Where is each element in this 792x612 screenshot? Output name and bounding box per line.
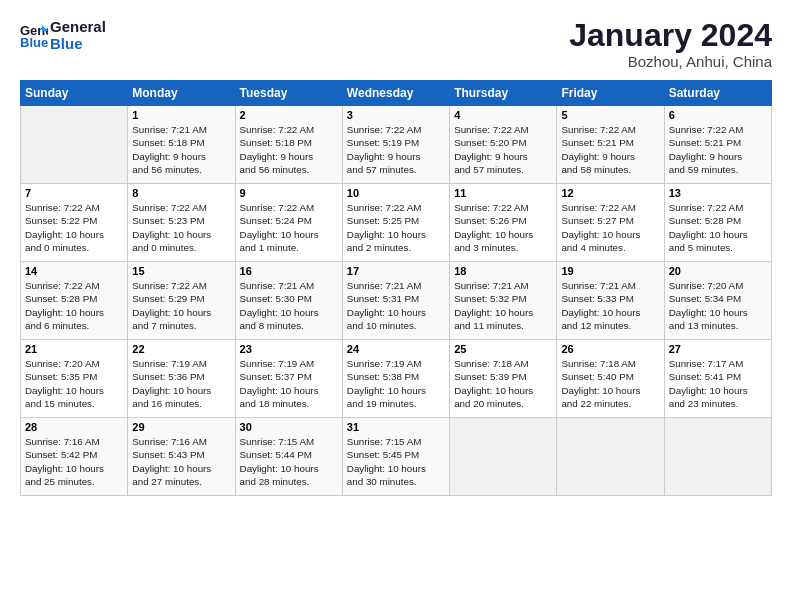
day-info: Sunrise: 7:15 AMSunset: 5:45 PMDaylight:… bbox=[347, 435, 445, 488]
calendar-cell: 2Sunrise: 7:22 AMSunset: 5:18 PMDaylight… bbox=[235, 106, 342, 184]
calendar-cell: 30Sunrise: 7:15 AMSunset: 5:44 PMDayligh… bbox=[235, 418, 342, 496]
day-info: Sunrise: 7:21 AMSunset: 5:32 PMDaylight:… bbox=[454, 279, 552, 332]
calendar-week-row: 28Sunrise: 7:16 AMSunset: 5:42 PMDayligh… bbox=[21, 418, 772, 496]
calendar-cell bbox=[664, 418, 771, 496]
calendar-cell: 20Sunrise: 7:20 AMSunset: 5:34 PMDayligh… bbox=[664, 262, 771, 340]
calendar-cell: 8Sunrise: 7:22 AMSunset: 5:23 PMDaylight… bbox=[128, 184, 235, 262]
calendar-cell: 4Sunrise: 7:22 AMSunset: 5:20 PMDaylight… bbox=[450, 106, 557, 184]
day-info: Sunrise: 7:21 AMSunset: 5:33 PMDaylight:… bbox=[561, 279, 659, 332]
day-number: 20 bbox=[669, 265, 767, 277]
calendar-cell: 14Sunrise: 7:22 AMSunset: 5:28 PMDayligh… bbox=[21, 262, 128, 340]
calendar-cell: 9Sunrise: 7:22 AMSunset: 5:24 PMDaylight… bbox=[235, 184, 342, 262]
calendar-cell: 19Sunrise: 7:21 AMSunset: 5:33 PMDayligh… bbox=[557, 262, 664, 340]
day-number: 23 bbox=[240, 343, 338, 355]
calendar-cell: 5Sunrise: 7:22 AMSunset: 5:21 PMDaylight… bbox=[557, 106, 664, 184]
day-info: Sunrise: 7:22 AMSunset: 5:25 PMDaylight:… bbox=[347, 201, 445, 254]
day-number: 6 bbox=[669, 109, 767, 121]
day-number: 15 bbox=[132, 265, 230, 277]
day-number: 14 bbox=[25, 265, 123, 277]
day-number: 21 bbox=[25, 343, 123, 355]
calendar-cell: 6Sunrise: 7:22 AMSunset: 5:21 PMDaylight… bbox=[664, 106, 771, 184]
calendar-cell: 1Sunrise: 7:21 AMSunset: 5:18 PMDaylight… bbox=[128, 106, 235, 184]
day-number: 5 bbox=[561, 109, 659, 121]
day-number: 28 bbox=[25, 421, 123, 433]
weekday-header-monday: Monday bbox=[128, 81, 235, 106]
day-number: 31 bbox=[347, 421, 445, 433]
day-number: 30 bbox=[240, 421, 338, 433]
calendar-cell: 13Sunrise: 7:22 AMSunset: 5:28 PMDayligh… bbox=[664, 184, 771, 262]
day-info: Sunrise: 7:22 AMSunset: 5:22 PMDaylight:… bbox=[25, 201, 123, 254]
calendar-cell: 7Sunrise: 7:22 AMSunset: 5:22 PMDaylight… bbox=[21, 184, 128, 262]
day-number: 27 bbox=[669, 343, 767, 355]
day-number: 8 bbox=[132, 187, 230, 199]
day-info: Sunrise: 7:16 AMSunset: 5:42 PMDaylight:… bbox=[25, 435, 123, 488]
day-number: 4 bbox=[454, 109, 552, 121]
day-info: Sunrise: 7:17 AMSunset: 5:41 PMDaylight:… bbox=[669, 357, 767, 410]
calendar-week-row: 14Sunrise: 7:22 AMSunset: 5:28 PMDayligh… bbox=[21, 262, 772, 340]
calendar-cell: 11Sunrise: 7:22 AMSunset: 5:26 PMDayligh… bbox=[450, 184, 557, 262]
subtitle: Bozhou, Anhui, China bbox=[569, 53, 772, 70]
day-number: 29 bbox=[132, 421, 230, 433]
calendar-cell: 31Sunrise: 7:15 AMSunset: 5:45 PMDayligh… bbox=[342, 418, 449, 496]
calendar-cell: 3Sunrise: 7:22 AMSunset: 5:19 PMDaylight… bbox=[342, 106, 449, 184]
day-info: Sunrise: 7:22 AMSunset: 5:20 PMDaylight:… bbox=[454, 123, 552, 176]
calendar-table: SundayMondayTuesdayWednesdayThursdayFrid… bbox=[20, 80, 772, 496]
day-number: 18 bbox=[454, 265, 552, 277]
weekday-header-friday: Friday bbox=[557, 81, 664, 106]
calendar-cell bbox=[557, 418, 664, 496]
calendar-cell: 22Sunrise: 7:19 AMSunset: 5:36 PMDayligh… bbox=[128, 340, 235, 418]
calendar-cell: 10Sunrise: 7:22 AMSunset: 5:25 PMDayligh… bbox=[342, 184, 449, 262]
day-number: 19 bbox=[561, 265, 659, 277]
logo-line1: General bbox=[50, 18, 106, 35]
calendar-cell: 26Sunrise: 7:18 AMSunset: 5:40 PMDayligh… bbox=[557, 340, 664, 418]
day-info: Sunrise: 7:19 AMSunset: 5:38 PMDaylight:… bbox=[347, 357, 445, 410]
day-number: 13 bbox=[669, 187, 767, 199]
day-info: Sunrise: 7:20 AMSunset: 5:34 PMDaylight:… bbox=[669, 279, 767, 332]
calendar-week-row: 7Sunrise: 7:22 AMSunset: 5:22 PMDaylight… bbox=[21, 184, 772, 262]
calendar-cell: 17Sunrise: 7:21 AMSunset: 5:31 PMDayligh… bbox=[342, 262, 449, 340]
day-number: 16 bbox=[240, 265, 338, 277]
logo-icon: General Blue bbox=[20, 21, 48, 49]
day-info: Sunrise: 7:22 AMSunset: 5:28 PMDaylight:… bbox=[669, 201, 767, 254]
title-block: January 2024 Bozhou, Anhui, China bbox=[569, 18, 772, 70]
logo: General Blue General Blue bbox=[20, 18, 106, 53]
day-info: Sunrise: 7:18 AMSunset: 5:39 PMDaylight:… bbox=[454, 357, 552, 410]
day-info: Sunrise: 7:19 AMSunset: 5:36 PMDaylight:… bbox=[132, 357, 230, 410]
main-title: January 2024 bbox=[569, 18, 772, 53]
calendar-cell: 18Sunrise: 7:21 AMSunset: 5:32 PMDayligh… bbox=[450, 262, 557, 340]
calendar-cell: 28Sunrise: 7:16 AMSunset: 5:42 PMDayligh… bbox=[21, 418, 128, 496]
weekday-header-thursday: Thursday bbox=[450, 81, 557, 106]
calendar-cell bbox=[21, 106, 128, 184]
calendar-cell: 12Sunrise: 7:22 AMSunset: 5:27 PMDayligh… bbox=[557, 184, 664, 262]
calendar-cell: 23Sunrise: 7:19 AMSunset: 5:37 PMDayligh… bbox=[235, 340, 342, 418]
day-number: 26 bbox=[561, 343, 659, 355]
weekday-header-saturday: Saturday bbox=[664, 81, 771, 106]
calendar-cell: 29Sunrise: 7:16 AMSunset: 5:43 PMDayligh… bbox=[128, 418, 235, 496]
calendar-cell bbox=[450, 418, 557, 496]
logo-line2: Blue bbox=[50, 35, 106, 52]
weekday-header-row: SundayMondayTuesdayWednesdayThursdayFrid… bbox=[21, 81, 772, 106]
day-number: 25 bbox=[454, 343, 552, 355]
day-info: Sunrise: 7:22 AMSunset: 5:21 PMDaylight:… bbox=[561, 123, 659, 176]
day-number: 10 bbox=[347, 187, 445, 199]
day-info: Sunrise: 7:22 AMSunset: 5:29 PMDaylight:… bbox=[132, 279, 230, 332]
day-number: 1 bbox=[132, 109, 230, 121]
day-info: Sunrise: 7:22 AMSunset: 5:26 PMDaylight:… bbox=[454, 201, 552, 254]
day-info: Sunrise: 7:22 AMSunset: 5:21 PMDaylight:… bbox=[669, 123, 767, 176]
weekday-header-tuesday: Tuesday bbox=[235, 81, 342, 106]
day-number: 22 bbox=[132, 343, 230, 355]
day-number: 12 bbox=[561, 187, 659, 199]
day-number: 17 bbox=[347, 265, 445, 277]
calendar-week-row: 21Sunrise: 7:20 AMSunset: 5:35 PMDayligh… bbox=[21, 340, 772, 418]
day-info: Sunrise: 7:22 AMSunset: 5:23 PMDaylight:… bbox=[132, 201, 230, 254]
day-info: Sunrise: 7:19 AMSunset: 5:37 PMDaylight:… bbox=[240, 357, 338, 410]
day-info: Sunrise: 7:21 AMSunset: 5:18 PMDaylight:… bbox=[132, 123, 230, 176]
page: General Blue General Blue January 2024 B… bbox=[0, 0, 792, 612]
calendar-cell: 16Sunrise: 7:21 AMSunset: 5:30 PMDayligh… bbox=[235, 262, 342, 340]
weekday-header-sunday: Sunday bbox=[21, 81, 128, 106]
header: General Blue General Blue January 2024 B… bbox=[20, 18, 772, 70]
day-info: Sunrise: 7:22 AMSunset: 5:19 PMDaylight:… bbox=[347, 123, 445, 176]
svg-text:Blue: Blue bbox=[20, 35, 48, 49]
calendar-cell: 21Sunrise: 7:20 AMSunset: 5:35 PMDayligh… bbox=[21, 340, 128, 418]
calendar-cell: 25Sunrise: 7:18 AMSunset: 5:39 PMDayligh… bbox=[450, 340, 557, 418]
